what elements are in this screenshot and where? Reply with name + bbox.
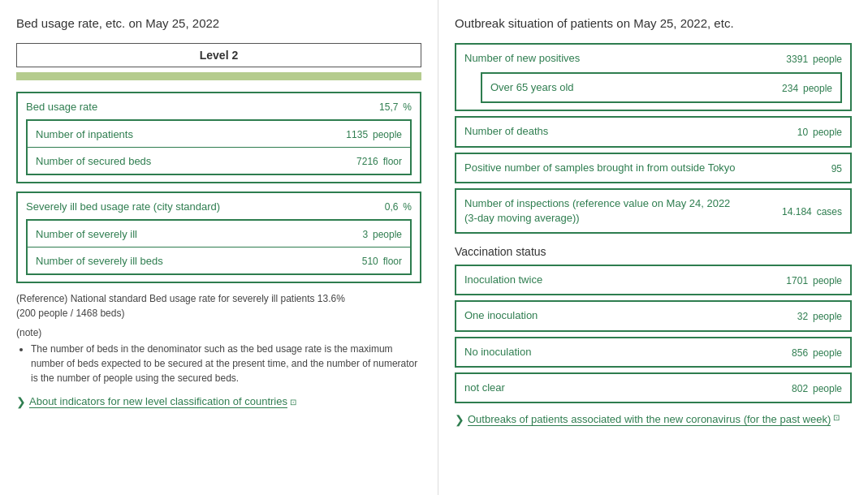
new-positives-label: Number of new positives (464, 51, 784, 66)
inpatients-row: Number of inpatients 1135 people (28, 121, 410, 148)
deaths-row: Number of deaths 10 people (456, 118, 850, 145)
note-item: The number of beds in the denominator su… (31, 342, 421, 385)
left-panel: Bed usage rate, etc. on May 25, 2022 Lev… (0, 0, 438, 495)
reference-text: (Reference) National standard Bed usage … (16, 291, 421, 321)
outside-tokyo-label: Positive number of samples brought in fr… (464, 161, 830, 175)
severely-ill-beds-label: Number of severely ill beds (36, 255, 361, 267)
external-link-icon-2: ⊡ (833, 413, 840, 422)
bed-usage-header-row: Bed usage rate 15,7 % (18, 93, 420, 119)
over65-value: 234 people (780, 81, 832, 94)
one-inoculation-box: One inoculation 32 people (455, 300, 852, 331)
inpatients-label: Number of inpatients (36, 128, 344, 140)
outbreak-link-row[interactable]: ❯ Outbreaks of patients associated with … (455, 413, 852, 426)
secured-beds-label: Number of secured beds (36, 155, 355, 167)
severely-ill-header-row: Severely ill bed usage rate (city standa… (18, 193, 420, 219)
secured-beds-row: Number of secured beds 7216 floor (28, 148, 410, 174)
inspections-box: Number of inspections (reference value o… (455, 188, 852, 234)
outside-tokyo-row: Positive number of samples brought in fr… (456, 154, 850, 182)
outbreak-link[interactable]: Outbreaks of patients associated with th… (468, 413, 831, 426)
num-severely-ill-value: 3 people (361, 227, 402, 240)
severely-ill-box: Severely ill bed usage rate (city standa… (16, 192, 421, 283)
severely-ill-label: Severely ill bed usage rate (city standa… (26, 200, 383, 213)
vaccination-title: Vaccination status (455, 245, 852, 258)
over65-nested: Over 65 years old 234 people (481, 72, 842, 103)
no-inoculation-box: No inoculation 856 people (455, 337, 852, 368)
severely-ill-value: 0,6 % (383, 200, 412, 213)
deaths-box: Number of deaths 10 people (455, 116, 852, 147)
bed-usage-box: Bed usage rate 15,7 % Number of inpatien… (16, 92, 421, 183)
level-badge: Level 2 (16, 43, 421, 67)
no-inoculation-label: No inoculation (464, 345, 790, 359)
deaths-value: 10 people (796, 125, 842, 138)
no-inoculation-row: No inoculation 856 people (456, 338, 850, 366)
inspections-row: Number of inspections (reference value o… (456, 190, 850, 232)
bed-usage-value: 15,7 % (378, 100, 412, 113)
secured-beds-value: 7216 floor (355, 154, 402, 167)
one-inoculation-label: One inoculation (464, 308, 796, 323)
inoculation-twice-box: Inoculation twice 1701 people (455, 265, 852, 295)
chevron-right-icon: ❯ (16, 395, 26, 408)
left-panel-title: Bed usage rate, etc. on May 25, 2022 (16, 16, 421, 30)
new-positives-row: Number of new positives 3391 people (456, 45, 850, 72)
one-inoculation-value: 32 people (796, 309, 842, 322)
num-severely-ill-row: Number of severely ill 3 people (28, 221, 410, 248)
one-inoculation-row: One inoculation 32 people (456, 302, 850, 329)
not-clear-box: not clear 802 people (455, 372, 852, 403)
right-panel: Outbreak situation of patients on May 25… (438, 0, 868, 495)
severely-ill-beds-row: Number of severely ill beds 510 floor (28, 248, 410, 273)
inspections-label: Number of inspections (reference value o… (464, 196, 780, 226)
level-bar (16, 72, 421, 80)
inoculation-twice-value: 1701 people (784, 273, 842, 286)
outside-tokyo-value: 95 (830, 161, 842, 174)
no-inoculation-value: 856 people (790, 346, 842, 359)
level-link[interactable]: About indicators for new level classific… (29, 395, 287, 408)
over65-row: Over 65 years old 234 people (482, 74, 840, 101)
over65-label: Over 65 years old (490, 80, 780, 95)
level-link-row[interactable]: ❯ About indicators for new level classif… (16, 395, 421, 408)
inoculation-twice-label: Inoculation twice (464, 273, 784, 287)
main-container: Bed usage rate, etc. on May 25, 2022 Lev… (0, 0, 868, 495)
external-link-icon: ⊡ (290, 398, 296, 407)
deaths-label: Number of deaths (464, 124, 796, 139)
right-panel-title: Outbreak situation of patients on May 25… (455, 16, 852, 30)
outside-tokyo-box: Positive number of samples brought in fr… (455, 153, 852, 183)
num-severely-ill-label: Number of severely ill (36, 228, 361, 240)
inoculation-twice-row: Inoculation twice 1701 people (456, 266, 850, 294)
not-clear-row: not clear 802 people (456, 374, 850, 402)
severely-ill-children: Number of severely ill 3 people Number o… (26, 219, 412, 275)
inspections-value: 14.184 cases (780, 204, 842, 217)
note-list: The number of beds in the denominator su… (16, 342, 421, 385)
not-clear-label: not clear (464, 381, 790, 395)
severely-ill-beds-value: 510 floor (361, 254, 402, 267)
chevron-right-icon-2: ❯ (455, 413, 464, 426)
note-title: (note) (16, 327, 421, 338)
bed-usage-label: Bed usage rate (26, 101, 378, 113)
bed-usage-children: Number of inpatients 1135 people Number … (26, 119, 412, 175)
new-positives-box: Number of new positives 3391 people Over… (455, 43, 852, 111)
inpatients-value: 1135 people (344, 127, 402, 140)
new-positives-value: 3391 people (784, 52, 842, 65)
not-clear-value: 802 people (790, 381, 842, 394)
